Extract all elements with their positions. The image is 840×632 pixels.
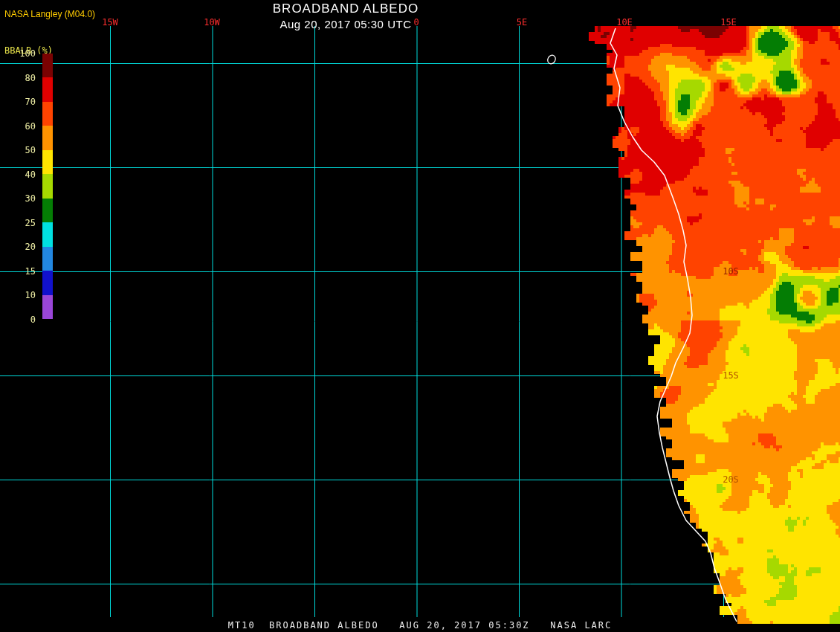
legend-tick-label: 10: [25, 290, 36, 300]
legend-tick-label: 40: [25, 170, 36, 180]
legend-color-segment: [42, 271, 53, 294]
header: BROADBAND ALBEDO Aug 20, 2017 05:30 UTC: [197, 1, 494, 30]
legend-color-segment: [42, 247, 53, 271]
legend-color-segment: [42, 295, 53, 319]
lat-tick-label: 20S: [723, 474, 739, 485]
legend-tick-column: 100807060504030252015100: [0, 54, 37, 320]
footer-caption: MT10 BROADBAND ALBEDO AUG 20, 2017 05:30…: [0, 620, 840, 631]
timestamp-label: Aug 20, 2017 05:30 UTC: [197, 18, 494, 30]
lat-tick-label: 15S: [723, 370, 739, 381]
legend-tick-label: 15: [25, 266, 36, 277]
legend-color-segment: [42, 126, 53, 149]
legend-tick-label: 50: [25, 145, 36, 155]
legend-tick-label: 70: [25, 97, 36, 107]
legend-tick-label: 80: [25, 73, 36, 83]
legend-color-segment: [42, 77, 53, 101]
legend-tick-label: 20: [25, 242, 36, 252]
legend-color-segment: [42, 199, 53, 222]
lon-tick-label: 15W: [102, 17, 118, 28]
credit-label: NASA Langley (M04.0): [4, 9, 95, 19]
page-title: BROADBAND ALBEDO: [197, 1, 494, 16]
lat-tick-label: 10S: [723, 266, 739, 277]
lon-tick-label: 5E: [517, 17, 527, 28]
legend-tick-label: 30: [25, 193, 36, 204]
legend-color-segment: [42, 102, 53, 126]
legend-color-segment: [42, 150, 53, 174]
legend-color-segment: [42, 54, 53, 77]
legend-tick-label: 0: [30, 315, 36, 325]
albedo-map-canvas: [0, 0, 840, 632]
lon-tick-label: 0: [413, 17, 419, 28]
lon-tick-label: 10W: [204, 17, 220, 28]
lon-tick-label: 10E: [616, 17, 633, 28]
lon-tick-label: 15E: [720, 17, 737, 28]
legend-tick-label: 100: [19, 48, 36, 59]
legend-tick-label: 60: [25, 121, 36, 132]
legend-color-segment: [42, 222, 53, 246]
legend-colorbar: [42, 54, 53, 319]
legend-color-segment: [42, 174, 53, 198]
broadband-albedo-viewer: NASA Langley (M04.0) BROADBAND ALBEDO Au…: [0, 0, 840, 632]
legend-tick-label: 25: [25, 218, 36, 228]
